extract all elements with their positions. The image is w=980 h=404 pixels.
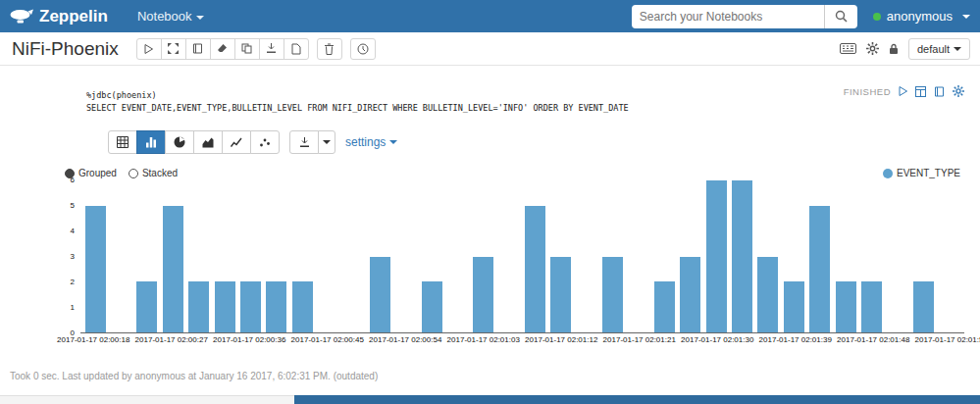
x-tick-label: 2017-01-17 02:01:30 [681,335,753,344]
keyboard-icon [840,43,856,54]
y-tick-label: 3 [71,252,75,261]
bar [706,180,727,332]
export-note-button[interactable] [259,38,284,60]
clock-icon [357,43,369,55]
clone-note-button[interactable] [234,38,260,60]
scheduler-group [350,38,376,60]
chart-settings-toggle[interactable]: settings [345,135,397,149]
user-menu[interactable]: anonymous [873,9,970,24]
note-permissions-button[interactable] [889,43,899,55]
interpreter-binding-button[interactable] [866,42,879,55]
bar-chart-button[interactable] [136,130,166,154]
bottom-blue-strip [294,395,980,404]
bar [757,257,778,333]
note-action-group [136,38,309,60]
x-tick-label: 2017-01-17 02:00:36 [213,335,285,344]
run-all-button[interactable] [136,38,162,60]
version-control-button[interactable] [284,38,309,60]
legend-label: EVENT_TYPE [897,168,960,178]
bar [240,281,261,332]
x-tick-label: 2017-01-17 02:01:39 [759,335,832,344]
toggle-output-button[interactable] [185,38,211,60]
y-axis: 0123456 [57,180,78,333]
scatter-chart-button[interactable] [250,130,280,154]
toggle-editor-button[interactable] [915,86,926,97]
cron-scheduler-button[interactable] [350,38,376,60]
chevron-down-icon [196,16,204,20]
code-editor[interactable]: %jdbc(phoenix) SELECT EVENT_DATE,EVENT_T… [86,89,964,115]
y-tick-label: 6 [71,176,75,184]
x-tick-label: 2017-01-17 02:00:27 [135,335,208,344]
bar-slot [108,180,133,332]
y-tick-label: 4 [71,227,75,235]
bar [473,257,493,333]
chevron-down-icon [962,15,970,19]
download-data-button[interactable] [289,130,319,154]
note-title[interactable]: NiFi-Phoenix [12,38,119,60]
bar-slot [729,180,754,332]
bar-slot [237,180,263,332]
toggle-paragraph-output-button[interactable] [934,86,945,97]
download-icon [299,137,310,148]
bar [370,257,390,333]
download-options-button[interactable] [318,130,335,154]
notebook-menu[interactable]: Notebook [137,9,204,24]
y-tick-label: 1 [71,303,75,312]
line-chart-button[interactable] [222,130,251,154]
bar [654,281,675,332]
file-icon [291,43,301,55]
paragraph: FINISHED %jdbc(phoenix) SELECT EVENT_DAT… [0,66,980,381]
y-tick-label: 5 [71,201,75,210]
play-icon [899,86,907,96]
bar-slot [212,180,237,332]
zeppelin-balloon-icon [10,9,33,25]
stacked-radio[interactable]: Stacked [129,168,178,178]
code-line-sql: SELECT EVENT_DATE,EVENT_TYPE,BULLETIN_LE… [86,102,964,115]
area-chart-button[interactable] [193,130,223,154]
area-chart-icon [202,136,214,148]
bar [680,257,700,333]
bar [732,180,752,332]
zeppelin-home-link[interactable]: Zeppelin [10,7,108,26]
chevron-down-icon [389,140,397,144]
search-input[interactable] [632,5,824,28]
bar-slot [858,180,884,332]
bar-slot [703,180,729,332]
radio-unselected-icon [129,169,138,178]
brand-label: Zeppelin [39,7,108,26]
legend-event-type[interactable]: EVENT_TYPE [883,168,960,178]
toggle-code-button[interactable] [161,38,186,60]
x-tick-label: 2017-01-17 02:01:21 [603,335,676,344]
interpreter-default-label: default [917,43,950,55]
keyboard-shortcuts-button[interactable] [840,43,856,54]
layout-icon [915,86,926,97]
pie-chart-button[interactable] [165,130,194,154]
paragraph-status: FINISHED [844,86,891,97]
search-button[interactable] [824,5,857,28]
bar-chart-icon [145,136,157,148]
stacked-label: Stacked [142,168,178,178]
book-icon [192,43,203,54]
clear-output-button[interactable] [210,38,235,60]
chart-toolbar: settings [108,130,964,154]
bar-slot [315,180,340,332]
table-view-button[interactable] [108,130,137,154]
top-navbar: Zeppelin Notebook anonymous [0,0,980,32]
scatter-chart-icon [259,136,271,148]
bar-slot [367,180,392,332]
download-icon [266,43,277,54]
interpreter-default-button[interactable]: default [908,38,970,60]
paragraph-settings-button[interactable] [953,85,964,97]
bar-slot [496,180,522,332]
paragraph-footer: Took 0 sec. Last updated by anonymous at… [10,371,964,381]
bar [550,257,571,333]
bar-slot [678,180,703,332]
bar-slot [289,180,315,332]
remove-note-group [317,38,342,60]
x-axis-labels: 2017-01-17 02:00:182017-01-17 02:00:2720… [80,333,964,346]
user-name-label: anonymous [887,9,953,24]
run-paragraph-button[interactable] [899,86,907,96]
bar [525,206,545,332]
bar [602,257,623,333]
remove-note-button[interactable] [317,38,342,60]
